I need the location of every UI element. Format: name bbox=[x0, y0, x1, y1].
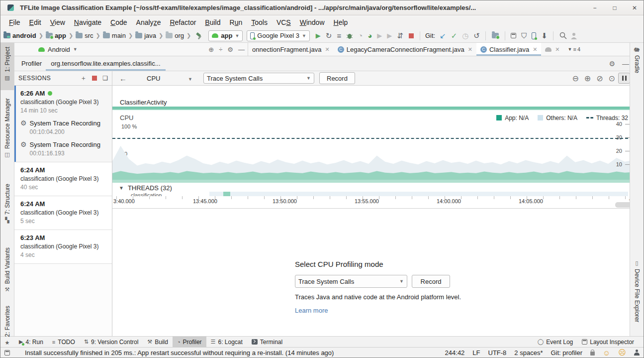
run-config-selector[interactable]: app ▼ bbox=[208, 30, 243, 41]
maximize-button[interactable]: □ bbox=[610, 3, 620, 13]
zoom-to-selection-icon[interactable]: ⊙ bbox=[609, 74, 615, 83]
session-card[interactable]: 6:26 AM classification (Google Pixel 3) … bbox=[14, 86, 112, 162]
breadcrumb-main[interactable]: main bbox=[112, 32, 126, 39]
stage-selector[interactable]: CPU ▼ bbox=[147, 75, 192, 82]
caret-position[interactable]: 244:42 bbox=[445, 349, 465, 357]
recording-item[interactable]: ⚙ System Trace Recording 00:10:04.200 bbox=[20, 119, 109, 135]
cpu-usage-chart[interactable] bbox=[112, 125, 633, 180]
device-manager-icon[interactable] bbox=[532, 32, 536, 39]
project-view-selector[interactable]: Android bbox=[48, 46, 70, 53]
menu-item-navigate[interactable]: Navigate bbox=[70, 17, 106, 27]
sidebar-item-gradle[interactable]: 🐘︎ Gradle bbox=[630, 43, 644, 82]
line-ending[interactable]: LF bbox=[472, 349, 480, 357]
minimize-button[interactable]: − bbox=[590, 3, 600, 13]
stop-session-icon[interactable] bbox=[92, 76, 97, 81]
happy-face-icon[interactable]: ☺ bbox=[603, 349, 610, 357]
menu-item-help[interactable]: Help bbox=[329, 17, 353, 27]
profiler-tool-label[interactable]: Profiler bbox=[17, 60, 46, 67]
tab-legacy-camera-connection-fragment[interactable]: C LegacyCameraConnectionFragment.java✕ bbox=[334, 43, 476, 56]
live-pause-button[interactable] bbox=[618, 73, 630, 84]
tab-classifier[interactable]: C Classifier.java✕ bbox=[476, 43, 541, 56]
debug-icon[interactable] bbox=[346, 32, 353, 39]
breadcrumb-android[interactable]: android bbox=[12, 32, 36, 39]
learn-more-link[interactable]: Learn more bbox=[295, 307, 328, 314]
status-message[interactable]: Install successfully finished in 205 ms.… bbox=[25, 349, 334, 357]
toolwindow-terminal[interactable]: Terminal bbox=[247, 337, 287, 347]
session-card[interactable]: 6:24 AM classification (Google Pixel 3) … bbox=[14, 162, 112, 196]
collapse-all-icon[interactable]: ÷ bbox=[219, 46, 222, 53]
lock-icon[interactable] bbox=[590, 352, 595, 356]
menu-item-build[interactable]: Build bbox=[200, 17, 225, 27]
menu-item-view[interactable]: View bbox=[46, 17, 70, 27]
menu-item-analyze[interactable]: Analyze bbox=[132, 17, 166, 27]
breadcrumb-src[interactable]: src bbox=[85, 32, 93, 39]
timeline-axis[interactable]: 3:40.000 13:45.000 13:50.000 13:55.000 1… bbox=[112, 196, 633, 209]
toolwindow-build[interactable]: ⚒ Build bbox=[143, 337, 173, 347]
event-log-button[interactable]: ◯ Event Log bbox=[533, 339, 577, 346]
menu-item-refactor[interactable]: Refactor bbox=[165, 17, 200, 27]
breadcrumb-app[interactable]: app bbox=[55, 32, 66, 39]
back-arrow-icon[interactable]: ← bbox=[119, 74, 127, 83]
toolwindow-logcat[interactable]: ☰ 6: Logcat bbox=[206, 337, 247, 347]
close-tab-icon[interactable]: ✕ bbox=[533, 46, 537, 53]
git-update-icon[interactable]: ↙ bbox=[440, 31, 446, 40]
panel-settings-gear-icon[interactable]: ⚙ bbox=[227, 46, 233, 53]
close-tab-icon[interactable]: ✕ bbox=[468, 46, 472, 53]
updates-icon[interactable]: ⬇ bbox=[541, 31, 548, 40]
menu-item-run[interactable]: Run bbox=[225, 17, 247, 27]
profile-icon[interactable]: ◔ bbox=[358, 31, 363, 40]
file-encoding[interactable]: UTF-8 bbox=[488, 349, 507, 357]
build-hammer-icon[interactable] bbox=[195, 32, 203, 40]
add-session-icon[interactable]: ＋ bbox=[80, 74, 87, 83]
search-everywhere-icon[interactable] bbox=[559, 32, 567, 39]
device-selector[interactable]: Google Pixel 3 ▼ bbox=[247, 30, 309, 41]
menu-item-file[interactable]: File bbox=[4, 17, 25, 27]
profiler-hide-icon[interactable]: — bbox=[622, 60, 629, 68]
run-button[interactable]: ▶ bbox=[316, 32, 321, 39]
close-button[interactable]: ✕ bbox=[630, 3, 640, 13]
close-tab-icon[interactable]: ✕ bbox=[555, 46, 559, 53]
breadcrumb-org[interactable]: org bbox=[175, 32, 184, 39]
breadcrumb-java[interactable]: java bbox=[144, 32, 156, 39]
sidebar-item-build-variants[interactable]: Build Variants ⚒ bbox=[0, 243, 14, 296]
toolwindow-run[interactable]: ▶ 4: Run bbox=[14, 337, 48, 347]
profiler-session-tab[interactable]: org.tensorflow.lite.examples.classific..… bbox=[46, 56, 165, 71]
session-card[interactable]: 6:23 AM classification (Google Pixel 3) … bbox=[14, 230, 112, 264]
restore-toolwindows-icon[interactable] bbox=[4, 350, 10, 356]
profiling-mode-dropdown[interactable]: Trace System Calls ▼ bbox=[295, 275, 407, 288]
threads-section-header[interactable]: ▼ THREADS (32) bbox=[119, 184, 172, 192]
sdk-manager-icon[interactable]: ⛉ bbox=[521, 31, 527, 40]
apply-changes-icon[interactable]: ↻ bbox=[326, 31, 332, 40]
reset-zoom-icon[interactable]: ⊘ bbox=[596, 74, 603, 83]
sidebar-item-device-file-explorer[interactable]: ▯ Device File Explorer bbox=[630, 256, 644, 336]
trace-mode-selector[interactable]: Trace System Calls ▼ bbox=[203, 73, 314, 84]
stop-button[interactable] bbox=[409, 33, 414, 38]
hide-panel-icon[interactable]: — bbox=[238, 46, 245, 53]
git-rollback-icon[interactable]: ↺ bbox=[473, 31, 480, 40]
menu-item-window[interactable]: Window bbox=[295, 17, 329, 27]
hidden-tabs-dropdown[interactable]: ▼≡ 4 bbox=[564, 43, 584, 56]
sad-face-icon[interactable]: ☹ bbox=[618, 348, 626, 357]
git-commit-icon[interactable]: ✓ bbox=[451, 31, 458, 40]
profiler-settings-gear-icon[interactable]: ⚙ bbox=[609, 60, 615, 68]
menu-item-edit[interactable]: Edit bbox=[25, 17, 46, 27]
avd-manager-icon[interactable] bbox=[511, 33, 516, 38]
toolwindow-version-control[interactable]: ⇅ 9: Version Control bbox=[80, 337, 143, 347]
collapse-triangle-icon[interactable]: ▼ bbox=[119, 185, 124, 191]
sidebar-item-structure[interactable]: 7: Structure ▚ bbox=[0, 180, 14, 239]
sidebar-item-project[interactable]: 1: Project ▨ bbox=[0, 43, 14, 90]
record-button[interactable]: Record bbox=[319, 72, 355, 84]
sidebar-item-favorites[interactable]: 2: Favorites ★ bbox=[0, 302, 14, 349]
git-branch[interactable]: Git: profiler bbox=[551, 349, 582, 357]
recording-item[interactable]: ⚙ System Trace Recording 00:01:16.193 bbox=[20, 141, 109, 157]
toolwindow-profiler[interactable]: ◔ Profiler bbox=[173, 337, 206, 347]
sync-gradle-icon[interactable]: ⇵ bbox=[397, 31, 403, 40]
toolwindow-todo[interactable]: ≡ TODO bbox=[48, 337, 80, 347]
sidebar-item-resource-manager[interactable]: Resource Manager ◫ bbox=[0, 94, 14, 169]
gradle-daemon-icon[interactable] bbox=[634, 353, 640, 356]
apply-code-changes-icon[interactable]: ≡ bbox=[337, 31, 341, 40]
menu-item-code[interactable]: Code bbox=[106, 17, 131, 27]
tab-camera-connection-fragment[interactable]: onnectionFragment.java✕ bbox=[248, 43, 334, 56]
project-structure-icon[interactable] bbox=[492, 33, 499, 38]
locate-file-icon[interactable]: ⊕ bbox=[208, 46, 214, 53]
